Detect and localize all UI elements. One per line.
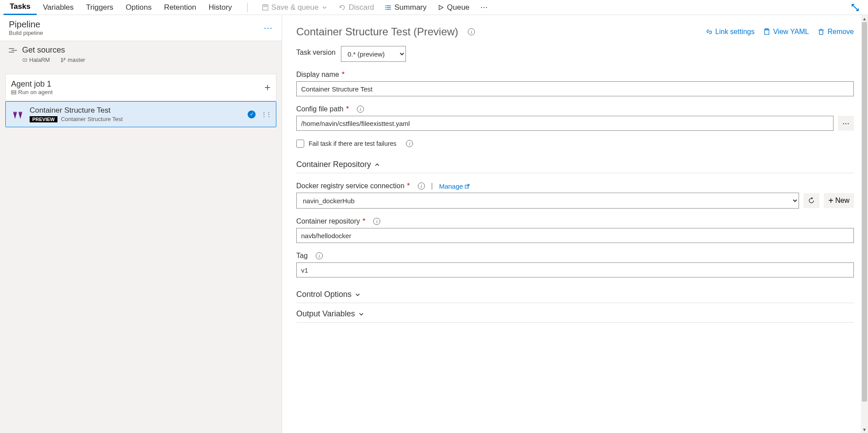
svg-rect-15 (11, 91, 16, 92)
separator (247, 3, 248, 12)
tag-label: Tag (296, 252, 308, 260)
svg-rect-1 (264, 5, 267, 7)
svg-point-7 (385, 9, 386, 10)
section-title: Output Variables (296, 309, 355, 319)
undo-icon (339, 4, 346, 11)
get-sources-row[interactable]: Get sources HalaRM master (0, 41, 282, 68)
pipeline-header[interactable]: Pipeline Build pipeline ⋯ (0, 15, 282, 41)
docker-conn-select[interactable]: navin_dockerHub (296, 193, 799, 209)
info-icon[interactable]: i (418, 182, 425, 190)
task-subtitle: Container Structure Test (61, 116, 123, 122)
info-icon[interactable]: i (373, 218, 380, 225)
svg-point-6 (385, 7, 386, 8)
chevron-up-icon (375, 163, 380, 167)
container-repo-input[interactable] (296, 228, 854, 243)
svg-rect-0 (263, 5, 268, 10)
info-icon[interactable]: i (406, 140, 413, 147)
info-icon[interactable]: i (357, 106, 364, 113)
scroll-up-button[interactable]: ▲ (861, 15, 868, 22)
remove-label: Remove (827, 28, 854, 36)
pipeline-title: Pipeline (9, 19, 43, 30)
svg-point-5 (385, 5, 386, 6)
left-panel: Pipeline Build pipeline ⋯ Get sources Ha… (0, 15, 282, 433)
fail-on-error-checkbox[interactable] (296, 140, 304, 148)
tab-options[interactable]: Options (119, 0, 158, 15)
tab-variables[interactable]: Variables (37, 0, 80, 15)
svg-line-8 (852, 4, 858, 11)
manage-link[interactable]: Manage (439, 182, 470, 190)
add-task-button[interactable]: + (264, 81, 271, 94)
svg-point-13 (64, 58, 65, 59)
task-item-container-structure-test[interactable]: Container Structure Test PREVIEW Contain… (5, 101, 276, 127)
external-link-icon (465, 184, 470, 189)
scroll-down-button[interactable]: ▼ (861, 426, 868, 433)
plus-icon: + (828, 196, 834, 206)
new-label: New (835, 197, 849, 205)
info-icon[interactable]: i (468, 28, 475, 35)
branch-label: master (61, 57, 85, 63)
preview-badge: PREVIEW (30, 116, 57, 122)
detail-title-text: Container Structure Test (Preview) (296, 26, 458, 38)
manage-label: Manage (439, 182, 463, 190)
chevron-down-icon (355, 293, 360, 296)
tag-input[interactable] (296, 262, 854, 277)
agent-job-subtitle: Run on agent (11, 89, 53, 95)
control-options-section[interactable]: Control Options (296, 286, 854, 303)
tab-tasks[interactable]: Tasks (4, 0, 37, 15)
scroll-track[interactable] (861, 22, 868, 426)
scroll-thumb[interactable] (862, 22, 867, 402)
tab-triggers[interactable]: Triggers (80, 0, 120, 15)
svg-rect-17 (13, 112, 17, 113)
server-icon (11, 90, 16, 95)
section-title: Container Repository (296, 160, 371, 169)
queue-label: Queue (447, 3, 470, 12)
task-icon (11, 108, 24, 121)
right-panel: Container Structure Test (Preview) i Lin… (282, 15, 868, 433)
more-icon: ⋯ (480, 3, 488, 12)
info-icon[interactable]: i (316, 252, 323, 259)
check-icon: ✓ (248, 110, 256, 118)
tab-retention[interactable]: Retention (158, 0, 203, 15)
link-settings-button[interactable]: Link settings (706, 28, 755, 36)
section-title: Control Options (296, 290, 352, 299)
container-repo-label: Container repository (296, 217, 360, 225)
remove-button[interactable]: Remove (818, 28, 854, 36)
svg-rect-18 (19, 112, 22, 113)
link-settings-label: Link settings (715, 28, 755, 36)
save-queue-button[interactable]: Save & queue (256, 1, 334, 14)
svg-rect-16 (11, 93, 16, 94)
svg-rect-21 (819, 30, 823, 34)
container-repository-section[interactable]: Container Repository (296, 156, 854, 173)
discard-button[interactable]: Discard (333, 1, 379, 14)
tab-history[interactable]: History (203, 0, 238, 15)
agent-job-row[interactable]: Agent job 1 Run on agent + (5, 74, 276, 101)
drag-handle-icon[interactable]: ⋮⋮ (261, 111, 271, 118)
scrollbar[interactable]: ▲ ▼ (861, 15, 868, 433)
toolbar-more-button[interactable]: ⋯ (475, 1, 493, 14)
view-yaml-label: View YAML (773, 28, 809, 36)
queue-button[interactable]: Queue (432, 1, 475, 14)
pipeline-subtitle: Build pipeline (9, 30, 43, 36)
summary-button[interactable]: Summary (379, 1, 432, 14)
output-variables-section[interactable]: Output Variables (296, 306, 854, 323)
repo-name: HalaRM (29, 57, 50, 63)
chevron-down-icon (359, 312, 364, 316)
task-version-label: Task version (296, 49, 336, 57)
top-toolbar: Tasks Variables Triggers Options Retenti… (0, 0, 868, 15)
config-path-input[interactable] (296, 116, 834, 131)
view-yaml-button[interactable]: View YAML (763, 28, 809, 36)
refresh-connections-button[interactable] (803, 193, 819, 208)
chevron-down-icon (321, 4, 328, 11)
display-name-label: Display name (296, 71, 339, 79)
pipeline-more-button[interactable]: ⋯ (264, 23, 273, 33)
fullscreen-button[interactable] (846, 2, 864, 13)
task-version-select[interactable]: 0.* (preview) (341, 46, 406, 62)
display-name-input[interactable] (296, 81, 854, 96)
required-marker: * (407, 182, 410, 190)
new-connection-button[interactable]: + New (824, 193, 854, 208)
branch-name: master (68, 57, 85, 63)
refresh-icon (808, 197, 815, 204)
browse-path-button[interactable]: ⋯ (838, 116, 854, 131)
required-marker: * (363, 217, 365, 225)
separator: | (431, 182, 433, 190)
